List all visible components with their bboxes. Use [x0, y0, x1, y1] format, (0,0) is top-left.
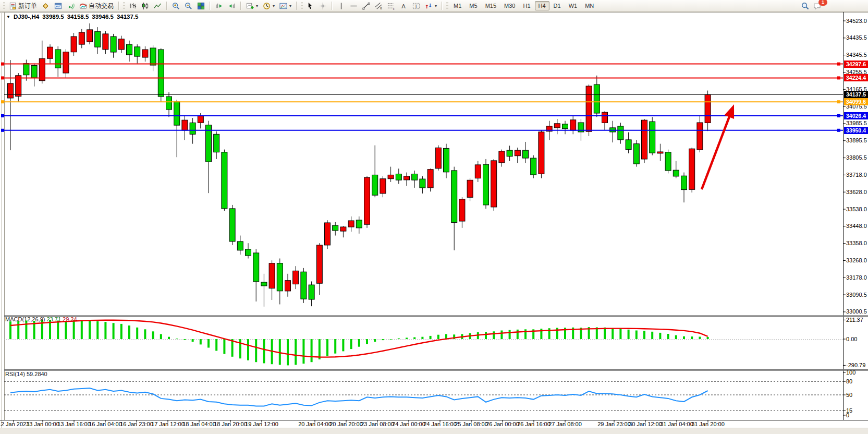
- line-handle[interactable]: [1, 100, 4, 103]
- line-handle[interactable]: [837, 63, 840, 66]
- new-order-button[interactable]: 新订单: [7, 1, 39, 11]
- arrows-button[interactable]: ▾: [423, 1, 439, 11]
- notification-badge[interactable]: 1: [818, 0, 827, 6]
- candle: [293, 266, 299, 289]
- candle: [626, 132, 631, 153]
- signals-icon: [67, 2, 75, 10]
- candle: [673, 161, 679, 178]
- candle: [570, 116, 576, 135]
- cursor-button[interactable]: [304, 1, 316, 11]
- candle: [491, 159, 497, 211]
- candle: [681, 173, 687, 203]
- macd-histogram-bar: [263, 339, 265, 363]
- timeframe-m5-button[interactable]: M5: [466, 1, 481, 10]
- auto-scroll-button[interactable]: [213, 1, 225, 11]
- tile-windows-button[interactable]: [195, 1, 207, 11]
- candle: [158, 48, 164, 102]
- macd-histogram-bar: [152, 331, 154, 339]
- market-watch-button[interactable]: [40, 1, 52, 11]
- candle: [229, 205, 235, 245]
- macd-histogram-bar: [628, 330, 630, 339]
- price-axis-label: 34345.5: [846, 52, 867, 58]
- chart-dropdown-icon[interactable]: ▼: [6, 15, 10, 19]
- toolbar-grip[interactable]: [446, 2, 448, 10]
- line-handle[interactable]: [1, 129, 4, 132]
- horizontal-line-button[interactable]: [348, 1, 360, 11]
- text-label-button[interactable]: T: [410, 1, 422, 11]
- text-button[interactable]: A: [398, 1, 410, 11]
- crosshair-button[interactable]: [317, 1, 329, 11]
- svg-text:T: T: [414, 4, 418, 9]
- macd-histogram-bar: [207, 339, 210, 348]
- toolbar-grip[interactable]: [301, 2, 303, 10]
- time-axis-label: 24 Jan 00:00: [392, 421, 425, 428]
- equidistant-channel-button[interactable]: E: [373, 1, 385, 11]
- svg-text:E: E: [380, 7, 382, 10]
- indicators-button[interactable]: ▾: [244, 1, 260, 11]
- timeframe-h4-button[interactable]: H4: [535, 1, 549, 10]
- line-handle[interactable]: [1, 114, 4, 117]
- candle: [16, 73, 21, 102]
- price-axis-label: 33538.0: [846, 206, 867, 213]
- level-line[interactable]: [1, 76, 843, 79]
- macd-histogram-bar: [342, 339, 344, 351]
- trendline-button[interactable]: [360, 1, 372, 11]
- fibonacci-button[interactable]: F: [385, 1, 397, 11]
- candle: [261, 274, 267, 307]
- zoom-out-button[interactable]: [182, 1, 194, 11]
- periods-button[interactable]: ▾: [261, 1, 277, 11]
- zoom-out-icon: [185, 2, 192, 10]
- timeframe-m1-button[interactable]: M1: [450, 1, 465, 10]
- level-line[interactable]: [1, 100, 843, 103]
- candle: [364, 176, 370, 228]
- line-handle[interactable]: [1, 76, 4, 79]
- candle: [444, 144, 449, 178]
- macd-histogram-bar: [619, 329, 621, 339]
- level-line[interactable]: [1, 129, 843, 132]
- timeframe-w1-button[interactable]: W1: [565, 1, 581, 10]
- auto-trading-icon: [79, 2, 87, 10]
- price-axis-label: 33628.0: [846, 189, 867, 196]
- toolbar-grip[interactable]: [123, 2, 125, 10]
- auto-trading-button[interactable]: 自动交易: [77, 1, 116, 11]
- line-handle[interactable]: [837, 129, 840, 132]
- bar-chart-button[interactable]: [127, 1, 139, 11]
- candle: [539, 130, 544, 178]
- line-handle[interactable]: [837, 114, 840, 117]
- zoom-in-button[interactable]: [170, 1, 182, 11]
- chart-plot[interactable]: [0, 0, 868, 434]
- line-chart-button[interactable]: [152, 1, 164, 11]
- candle: [554, 119, 560, 134]
- timeframe-m30-button[interactable]: M30: [500, 1, 519, 10]
- chart-shift-button[interactable]: [226, 1, 238, 11]
- timeframe-d1-button[interactable]: D1: [550, 1, 565, 10]
- timeframe-h1-button[interactable]: H1: [519, 1, 534, 10]
- timeframe-mn-button[interactable]: MN: [581, 1, 597, 10]
- candle: [55, 46, 61, 77]
- candlestick-chart-button[interactable]: [139, 1, 151, 11]
- line-handle[interactable]: [1, 63, 4, 66]
- data-window-button[interactable]: [52, 1, 64, 11]
- candle: [380, 176, 386, 197]
- candle: [594, 76, 600, 117]
- level-line[interactable]: [1, 63, 843, 66]
- chart-open: 33989.5: [42, 14, 64, 20]
- level-line[interactable]: [1, 114, 843, 117]
- macd-histogram-bar: [358, 339, 360, 347]
- toolbar-separator: [442, 2, 443, 10]
- templates-button[interactable]: ▾: [277, 1, 294, 11]
- timeframe-m15-button[interactable]: M15: [482, 1, 500, 10]
- macd-histogram-bar: [295, 339, 297, 365]
- signals-button[interactable]: [65, 1, 77, 11]
- vertical-line-button[interactable]: [335, 1, 347, 11]
- toolbar-separator: [296, 2, 297, 10]
- indicators-icon: [246, 2, 254, 10]
- vertical-line-icon: [337, 2, 345, 10]
- macd-histogram-bar: [255, 339, 257, 362]
- macd-axis-label: -290.79: [846, 362, 865, 369]
- toolbar-grip[interactable]: [3, 2, 5, 10]
- candle: [642, 119, 647, 163]
- line-handle[interactable]: [837, 100, 840, 103]
- search-button[interactable]: [799, 1, 811, 11]
- line-handle[interactable]: [837, 76, 840, 79]
